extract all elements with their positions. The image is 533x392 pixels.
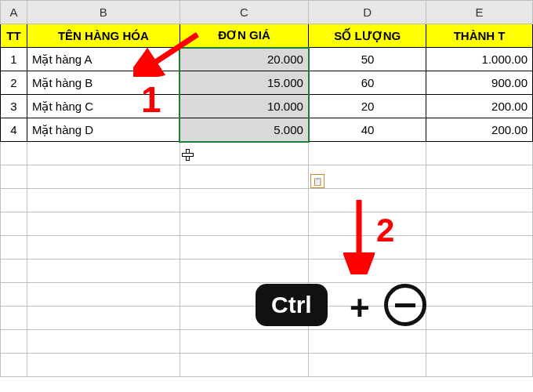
empty-cell[interactable] <box>27 307 179 330</box>
empty-cell[interactable] <box>1 354 27 377</box>
cell-sl[interactable]: 60 <box>309 71 426 95</box>
empty-cell[interactable] <box>27 354 179 377</box>
empty-cell[interactable] <box>426 236 533 260</box>
empty-cell[interactable] <box>426 165 533 189</box>
cell-dongia[interactable]: 15.000 <box>179 71 309 95</box>
cell-sl[interactable]: 40 <box>309 118 426 142</box>
empty-cell[interactable] <box>1 142 27 165</box>
empty-cell[interactable] <box>309 189 426 212</box>
hdr-dongia[interactable]: ĐƠN GIÁ <box>179 24 309 48</box>
empty-cell[interactable] <box>309 260 426 283</box>
empty-cell[interactable] <box>1 189 27 212</box>
cell-tt[interactable]: 4 <box>1 118 27 142</box>
empty-cell[interactable] <box>426 260 533 283</box>
cell-tt[interactable]: 2 <box>1 71 27 95</box>
table-row: 3 Mặt hàng C 10.000 20 200.00 <box>1 95 533 118</box>
colhead-D[interactable]: D <box>309 1 426 24</box>
cell-sl[interactable]: 20 <box>309 95 426 118</box>
cell-thanhtien[interactable]: 1.000.00 <box>426 48 533 71</box>
cell-thanhtien[interactable]: 200.00 <box>426 118 533 142</box>
empty-cell[interactable] <box>27 236 179 260</box>
empty-cell[interactable] <box>179 236 309 260</box>
cell-sl[interactable]: 50 <box>309 48 426 71</box>
empty-cell[interactable] <box>27 212 179 236</box>
ctrl-key-icon: Ctrl <box>256 284 328 326</box>
plus-icon: + <box>350 289 370 328</box>
empty-cell[interactable] <box>309 236 426 260</box>
column-header-row: A B C D E <box>1 1 533 24</box>
empty-cell[interactable] <box>179 165 309 189</box>
hdr-tt[interactable]: TT <box>1 24 27 48</box>
empty-cell[interactable] <box>426 142 533 165</box>
cell-thanhtien[interactable]: 900.00 <box>426 71 533 95</box>
empty-cell[interactable] <box>27 142 179 165</box>
empty-cell[interactable] <box>426 307 533 330</box>
table-row: 2 Mặt hàng B 15.000 60 900.00 <box>1 71 533 95</box>
annotation-step2: 2 <box>376 212 394 249</box>
empty-cell[interactable] <box>1 165 27 189</box>
empty-cell[interactable] <box>179 354 309 377</box>
empty-cell[interactable] <box>179 212 309 236</box>
empty-cell[interactable] <box>426 354 533 377</box>
colhead-A[interactable]: A <box>1 1 27 24</box>
hdr-ten[interactable]: TÊN HÀNG HÓA <box>27 24 179 48</box>
empty-cell[interactable] <box>309 330 426 354</box>
empty-cell[interactable] <box>309 354 426 377</box>
table-row: 4 Mặt hàng D 5.000 40 200.00 <box>1 118 533 142</box>
empty-cell[interactable] <box>27 189 179 212</box>
empty-cell[interactable] <box>1 236 27 260</box>
empty-cell[interactable] <box>179 260 309 283</box>
empty-cell[interactable] <box>1 330 27 354</box>
minus-key-icon <box>384 284 426 326</box>
empty-cell[interactable] <box>426 212 533 236</box>
empty-cell[interactable] <box>426 189 533 212</box>
empty-cell[interactable] <box>1 212 27 236</box>
empty-cell[interactable] <box>1 283 27 307</box>
empty-cell[interactable] <box>179 142 309 165</box>
empty-cell[interactable] <box>1 307 27 330</box>
cell-dongia[interactable]: 5.000 <box>179 118 309 142</box>
table-row: 1 Mặt hàng A 20.000 50 1.000.00 <box>1 48 533 71</box>
header-row: TT TÊN HÀNG HÓA ĐƠN GIÁ SỐ LƯỢNG THÀNH T <box>1 24 533 48</box>
empty-cell[interactable] <box>27 260 179 283</box>
cell-dongia[interactable]: 10.000 <box>179 95 309 118</box>
cell-tt[interactable]: 1 <box>1 48 27 71</box>
colhead-C[interactable]: C <box>179 1 309 24</box>
empty-cell[interactable] <box>179 189 309 212</box>
cell-ten[interactable]: Mặt hàng A <box>27 48 179 71</box>
empty-cell[interactable] <box>309 212 426 236</box>
empty-cell[interactable] <box>309 165 426 189</box>
smart-tag-icon[interactable]: 📋 <box>310 174 325 188</box>
cell-ten[interactable]: Mặt hàng D <box>27 118 179 142</box>
hdr-thanhtien[interactable]: THÀNH T <box>426 24 533 48</box>
empty-cell[interactable] <box>309 142 426 165</box>
hdr-soluong[interactable]: SỐ LƯỢNG <box>309 24 426 48</box>
cell-dongia[interactable]: 20.000 <box>179 48 309 71</box>
empty-cell[interactable] <box>179 330 309 354</box>
empty-cell[interactable] <box>1 260 27 283</box>
empty-cell[interactable] <box>27 330 179 354</box>
annotation-step1: 1 <box>141 78 161 121</box>
cell-cursor-icon <box>182 149 194 161</box>
empty-cell[interactable] <box>426 283 533 307</box>
cell-tt[interactable]: 3 <box>1 95 27 118</box>
empty-cell[interactable] <box>27 165 179 189</box>
colhead-B[interactable]: B <box>27 1 179 24</box>
cell-thanhtien[interactable]: 200.00 <box>426 95 533 118</box>
colhead-E[interactable]: E <box>426 1 533 24</box>
empty-cell[interactable] <box>426 330 533 354</box>
empty-cell[interactable] <box>27 283 179 307</box>
